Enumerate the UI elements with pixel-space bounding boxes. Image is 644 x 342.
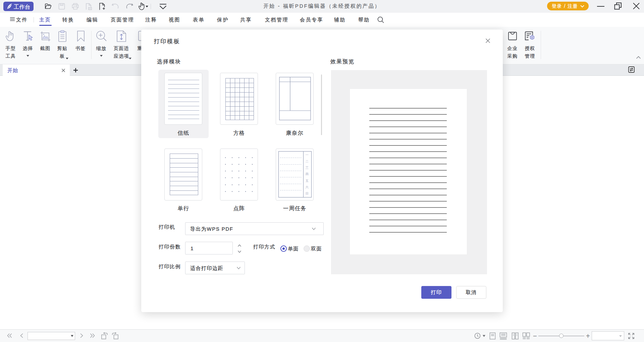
- svg-text:五: 五: [306, 179, 309, 182]
- svg-text:六: 六: [306, 185, 309, 189]
- svg-text:三: 三: [306, 166, 309, 169]
- svg-text:二: 二: [306, 160, 309, 163]
- svg-text:日: 日: [306, 192, 309, 195]
- svg-text:一: 一: [306, 153, 309, 157]
- svg-text:四: 四: [306, 172, 309, 176]
